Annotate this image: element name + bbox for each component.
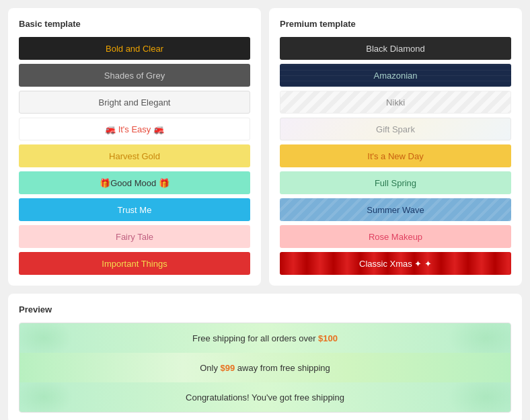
preview-title: Preview bbox=[19, 304, 511, 314]
template-its-easy[interactable]: 🚒 It's Easy 🚒 bbox=[19, 118, 250, 140]
template-classic-xmas[interactable]: Classic Xmas ✦ ✦ bbox=[280, 252, 511, 275]
template-good-mood[interactable]: 🎁Good Mood 🎁 bbox=[19, 171, 250, 194]
preview-bar-free-shipping: Free shipping for all orders over $100 bbox=[20, 323, 510, 353]
basic-panel-title: Basic template bbox=[19, 19, 250, 29]
template-full-spring[interactable]: Full Spring bbox=[280, 171, 511, 194]
preview-highlight-99: $99 bbox=[221, 363, 235, 373]
preview-bar-congrats: Congratulations! You've got free shippin… bbox=[20, 382, 510, 412]
template-rose-makeup[interactable]: Rose Makeup bbox=[280, 225, 511, 248]
template-trust-me[interactable]: Trust Me bbox=[19, 198, 250, 221]
basic-template-panel: Basic template Bold and Clear Shades of … bbox=[8, 8, 261, 286]
premium-panel-title: Premium template bbox=[280, 19, 511, 29]
template-gift-spark[interactable]: Gift Spark bbox=[280, 118, 511, 140]
preview-text-away: Only $99 away from free shipping bbox=[200, 363, 330, 373]
template-black-diamond[interactable]: Black Diamond bbox=[280, 37, 511, 60]
preview-container: Free shipping for all orders over $100 O… bbox=[19, 323, 511, 413]
template-fairy-tale[interactable]: Fairy Tale bbox=[19, 225, 250, 248]
template-nikki[interactable]: Nikki bbox=[280, 91, 511, 114]
preview-highlight-100: $100 bbox=[318, 333, 338, 343]
template-summer-wave[interactable]: Summer Wave bbox=[280, 198, 511, 221]
template-harvest-gold[interactable]: Harvest Gold bbox=[19, 144, 250, 167]
template-amazonian[interactable]: Amazonian bbox=[280, 64, 511, 87]
template-its-a-new-day[interactable]: It's a New Day bbox=[280, 144, 511, 167]
template-important-things[interactable]: Important Things bbox=[19, 252, 250, 275]
template-shades-of-grey[interactable]: Shades of Grey bbox=[19, 64, 250, 87]
preview-panel: Preview Free shipping for all orders ove… bbox=[8, 294, 522, 420]
preview-bar-away: Only $99 away from free shipping bbox=[20, 353, 510, 382]
preview-text-congrats: Congratulations! You've got free shippin… bbox=[186, 392, 344, 403]
basic-template-list: Bold and Clear Shades of Grey Bright and… bbox=[19, 37, 250, 275]
premium-template-list: Black Diamond Amazonian Nikki Gift Spark… bbox=[280, 37, 511, 275]
template-bold-and-clear[interactable]: Bold and Clear bbox=[19, 37, 250, 60]
preview-text-free-shipping: Free shipping for all orders over $100 bbox=[192, 333, 338, 343]
template-bright-and-elegant[interactable]: Bright and Elegant bbox=[19, 91, 250, 114]
premium-template-panel: Premium template Black Diamond Amazonian… bbox=[269, 8, 522, 286]
